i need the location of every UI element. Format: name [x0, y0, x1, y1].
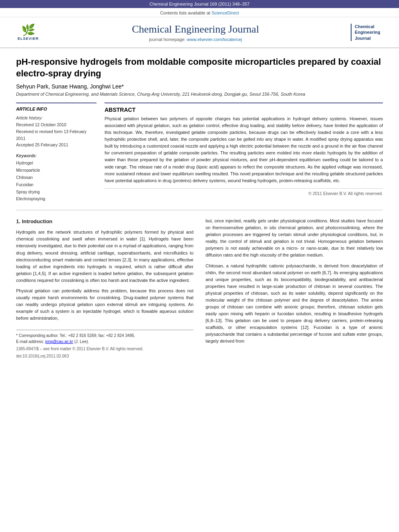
right-para-1: but, once injected, readily gels under p…: [206, 218, 383, 259]
keyword-microparticle: Microparticle: [16, 167, 97, 174]
keyword-spray-drying: Spray drying: [16, 189, 97, 196]
keyword-chitosan: Chitosan: [16, 174, 97, 181]
article-info-heading: ARTICLE INFO: [16, 107, 97, 111]
intro-para-2: Physical gelation can potentially addres…: [16, 288, 193, 322]
right-para-2: Chitosan, a natural hydrophilic cationic…: [206, 263, 383, 345]
history-title: Article history:: [16, 115, 97, 121]
keywords-heading: Keywords:: [16, 153, 97, 158]
main-content: pH-responsive hydrogels from moldable co…: [0, 48, 399, 367]
copyright-line: © 2011 Elsevier B.V. All rights reserved…: [105, 188, 383, 196]
article-history: Article history: Received 12 October 201…: [16, 115, 97, 148]
journal-ref-text: Chemical Engineering Journal 169 (2011) …: [150, 2, 250, 6]
elsevier-logo: 🌿 ELSEVIER: [12, 21, 44, 43]
journal-header: 🌿 ELSEVIER Chemical Engineering Journal …: [0, 17, 399, 48]
affiliation: Department of Chemical Engineering, and …: [16, 92, 383, 97]
intro-heading: 1. Introduction: [16, 218, 193, 226]
article-title: pH-responsive hydrogels from moldable co…: [16, 56, 383, 79]
footnotes-area: * Corresponding author. Tel.: +82 2 816 …: [16, 330, 193, 359]
keyword-hydrogel: Hydrogel: [16, 160, 97, 167]
authors-line: Sehyun Park, Sunae Hwang, Jonghwi Lee*: [16, 83, 383, 90]
journal-main-title: Chemical Engineering Journal: [44, 23, 347, 35]
email-link[interactable]: jong@cau.ac.kr: [45, 339, 73, 344]
abstract-text: Physical gelation between two polymers o…: [105, 115, 383, 184]
contents-label: Contents lists available at: [160, 10, 210, 15]
received-revised-date: Received in revised form 13 February 201…: [16, 128, 97, 142]
keywords-list: Hydrogel Microparticle Chitosan Fucoidan…: [16, 160, 97, 203]
abstract-column: ABSTRACT Physical gelation between two p…: [105, 103, 383, 203]
body-col-right: but, once injected, readily gels under p…: [206, 218, 383, 359]
contents-bar: Contents lists available at ScienceDirec…: [0, 8, 399, 17]
authors-text: Sehyun Park, Sunae Hwang, Jonghwi Lee*: [16, 83, 124, 90]
body-col-left: 1. Introduction Hydrogels are the networ…: [16, 218, 193, 359]
keyword-electrospraying: Electrospraying: [16, 195, 97, 203]
journal-homepage-link[interactable]: www.elsevier.com/locate/cej: [187, 37, 242, 42]
article-info-column: ARTICLE INFO Article history: Received 1…: [16, 103, 97, 203]
doi-line: doi:10.1016/j.cej.2011.02.063: [16, 353, 193, 359]
footnote-star: * Corresponding author. Tel.: +82 2 816 …: [16, 333, 193, 339]
accepted-date: Accepted 25 February 2011: [16, 142, 97, 148]
received-date: Received 12 October 2010: [16, 121, 97, 128]
elsevier-tree-icon: 🌿: [21, 25, 35, 36]
elsevier-name: ELSEVIER: [18, 37, 39, 41]
email-suffix: (J. Lee).: [74, 339, 89, 344]
journal-title-center: Chemical Engineering Journal journal hom…: [44, 23, 347, 42]
journal-name-right: Chemical Engineering Journal: [351, 24, 387, 41]
section-divider: [16, 210, 383, 210]
email-label: E-mail address:: [16, 339, 44, 344]
article-info-abstract-section: ARTICLE INFO Article history: Received 1…: [16, 103, 383, 203]
intro-para-1: Hydrogels are the network structures of …: [16, 229, 193, 283]
keyword-fucoidan: Fucoidan: [16, 181, 97, 189]
body-text-section: 1. Introduction Hydrogels are the networ…: [16, 218, 383, 359]
journal-homepage: journal homepage: www.elsevier.com/locat…: [44, 37, 347, 42]
journal-reference-bar: Chemical Engineering Journal 169 (2011) …: [0, 0, 399, 8]
issn-line: 1385-8947/$ – see front matter © 2011 El…: [16, 346, 193, 352]
sciencedirect-link[interactable]: ScienceDirect: [212, 10, 239, 15]
abstract-heading: ABSTRACT: [105, 107, 383, 113]
footnote-email: E-mail address: jong@cau.ac.kr (J. Lee).: [16, 339, 193, 345]
